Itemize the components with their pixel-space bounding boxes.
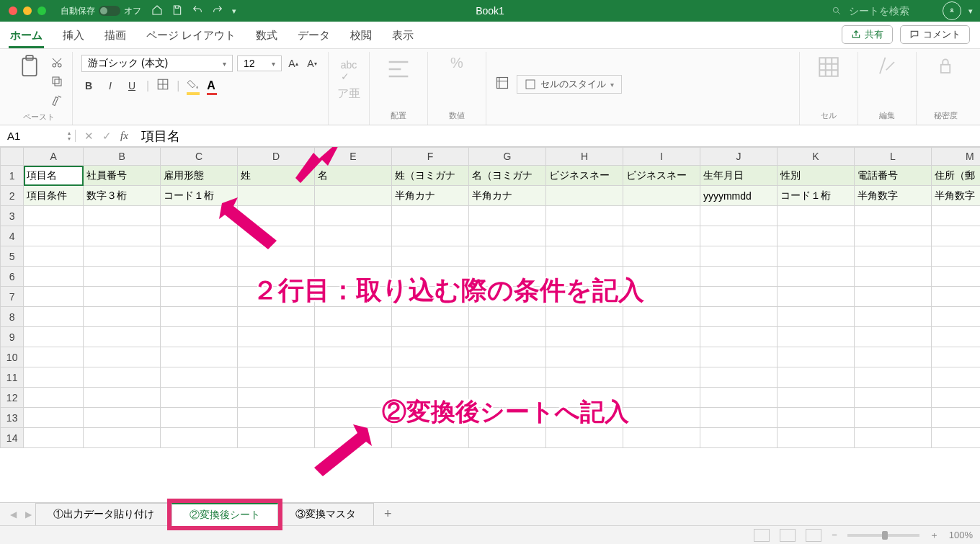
borders-icon[interactable] <box>156 78 169 94</box>
cell[interactable]: 電話番号 <box>854 166 931 186</box>
cell[interactable]: ビジネスネー <box>545 166 623 186</box>
row-header[interactable]: 4 <box>1 226 24 246</box>
cell[interactable]: 項目条件 <box>24 186 84 206</box>
cell[interactable] <box>545 186 623 206</box>
share-button[interactable]: 共有 <box>842 25 893 44</box>
close-window-icon[interactable] <box>9 6 17 15</box>
cell[interactable]: 半角数字 <box>931 186 980 206</box>
zoom-out-icon[interactable]: − <box>832 530 837 540</box>
cell[interactable] <box>24 206 84 226</box>
sensitivity-icon[interactable] <box>925 55 966 76</box>
zoom-in-icon[interactable]: ＋ <box>930 529 939 542</box>
cell[interactable]: 半角カナ <box>392 186 469 206</box>
cancel-formula-icon[interactable]: ✕ <box>84 130 94 143</box>
row-header[interactable]: 8 <box>1 307 24 327</box>
cell[interactable]: コード１桁 <box>777 186 854 206</box>
col-header[interactable]: H <box>545 148 623 166</box>
fill-color-icon[interactable] <box>187 79 200 92</box>
col-header[interactable]: I <box>623 148 700 166</box>
decrease-font-icon[interactable]: A▾ <box>305 56 319 71</box>
phonetic-field-icon[interactable]: ア亜 <box>337 86 360 102</box>
cells-icon[interactable] <box>808 55 849 79</box>
cell[interactable]: 名（ヨミガナ <box>468 166 545 186</box>
toggle-icon[interactable] <box>99 6 120 16</box>
undo-icon[interactable] <box>192 4 203 18</box>
autosave-toggle[interactable]: 自動保存 オフ <box>61 5 141 17</box>
col-header[interactable]: B <box>84 148 161 166</box>
font-name-select[interactable]: 游ゴシック (本文)▾ <box>81 55 233 72</box>
formula-input[interactable]: 項目名 <box>137 128 180 145</box>
col-header[interactable]: M <box>931 148 980 166</box>
add-sheet-button[interactable]: + <box>374 504 402 525</box>
underline-button[interactable]: U <box>125 79 139 93</box>
redo-icon[interactable] <box>212 4 223 18</box>
user-account-icon[interactable] <box>943 1 961 20</box>
ribbon-tab-data[interactable]: データ <box>298 29 330 48</box>
phonetic-icon[interactable]: abc✓ <box>341 59 357 82</box>
bold-button[interactable]: B <box>81 79 96 93</box>
cell[interactable] <box>623 186 700 206</box>
col-header[interactable]: C <box>161 148 238 166</box>
view-page-break-icon[interactable] <box>806 529 821 542</box>
sheet-nav-next-icon[interactable]: ▶ <box>21 509 36 520</box>
row-header[interactable]: 3 <box>1 206 24 226</box>
font-color-icon[interactable]: A <box>207 79 215 92</box>
row-header[interactable]: 5 <box>1 246 24 267</box>
row-header[interactable]: 11 <box>1 367 24 388</box>
format-painter-icon[interactable] <box>50 94 63 110</box>
row-header[interactable]: 6 <box>1 267 24 287</box>
home-icon[interactable] <box>151 4 163 18</box>
ribbon-tab-insert[interactable]: 挿入 <box>63 29 84 48</box>
row-header[interactable]: 14 <box>1 428 24 448</box>
cell[interactable]: yyyymmdd <box>700 186 777 206</box>
sheet-tab-3[interactable]: ③変換マスタ <box>277 503 374 525</box>
cell[interactable]: 半角数字 <box>854 186 931 206</box>
accept-formula-icon[interactable]: ✓ <box>102 130 112 143</box>
conditional-format-icon[interactable] <box>495 76 509 93</box>
ribbon-tab-formulas[interactable]: 数式 <box>256 29 277 48</box>
cell[interactable]: 住所（郵 <box>931 166 980 186</box>
cell[interactable]: 社員番号 <box>84 166 161 186</box>
alignment-placeholder-icon[interactable] <box>378 55 419 84</box>
copy-icon[interactable] <box>50 75 63 91</box>
row-header[interactable]: 2 <box>1 186 24 206</box>
col-header[interactable]: F <box>392 148 469 166</box>
zoom-slider[interactable] <box>847 534 919 537</box>
qat-more-icon[interactable]: ▾ <box>232 6 236 16</box>
sheet-nav-prev-icon[interactable]: ◀ <box>6 509 21 520</box>
cell-styles-button[interactable]: セルのスタイル ▾ <box>517 75 622 94</box>
cell[interactable]: 雇用形態 <box>161 166 238 186</box>
cell[interactable]: ビジネスネー <box>623 166 700 186</box>
cell[interactable]: 数字３桁 <box>84 186 161 206</box>
increase-font-icon[interactable]: A▴ <box>286 56 300 71</box>
col-header[interactable]: J <box>700 148 777 166</box>
row-header[interactable]: 10 <box>1 347 24 367</box>
font-size-select[interactable]: 12▾ <box>237 55 282 71</box>
cell[interactable]: 生年月日 <box>700 166 777 186</box>
comment-button[interactable]: コメント <box>900 25 970 44</box>
col-header[interactable]: L <box>854 148 931 166</box>
editing-icon[interactable] <box>867 55 907 76</box>
view-page-layout-icon[interactable] <box>780 529 796 542</box>
sheet-tab-1[interactable]: ①出力データ貼り付け <box>35 503 172 525</box>
col-header[interactable]: K <box>777 148 854 166</box>
paste-button[interactable] <box>14 55 45 82</box>
row-header[interactable]: 9 <box>1 327 24 347</box>
zoom-value[interactable]: 100% <box>949 530 973 540</box>
italic-button[interactable]: I <box>103 79 117 93</box>
cell[interactable]: 性別 <box>777 166 854 186</box>
ribbon-tab-review[interactable]: 校閲 <box>350 29 372 48</box>
row-header[interactable]: 7 <box>1 287 24 307</box>
fullscreen-window-icon[interactable] <box>37 6 46 15</box>
save-icon[interactable] <box>172 4 183 18</box>
search-input[interactable] <box>849 5 935 17</box>
row-header[interactable]: 1 <box>1 166 24 186</box>
cell[interactable]: 姓（ヨミガナ <box>392 166 469 186</box>
col-header[interactable]: G <box>468 148 545 166</box>
number-format-icon[interactable]: % <box>437 55 477 71</box>
name-box-stepper-icon[interactable]: ▴▾ <box>68 130 71 142</box>
ribbon-tab-view[interactable]: 表示 <box>392 29 414 48</box>
spreadsheet-grid[interactable]: A B C D E F G H I J K L M 1 項目名 社員番号 雇用形… <box>0 147 980 502</box>
cut-icon[interactable] <box>50 56 63 72</box>
cell[interactable]: 項目名 <box>24 166 84 186</box>
